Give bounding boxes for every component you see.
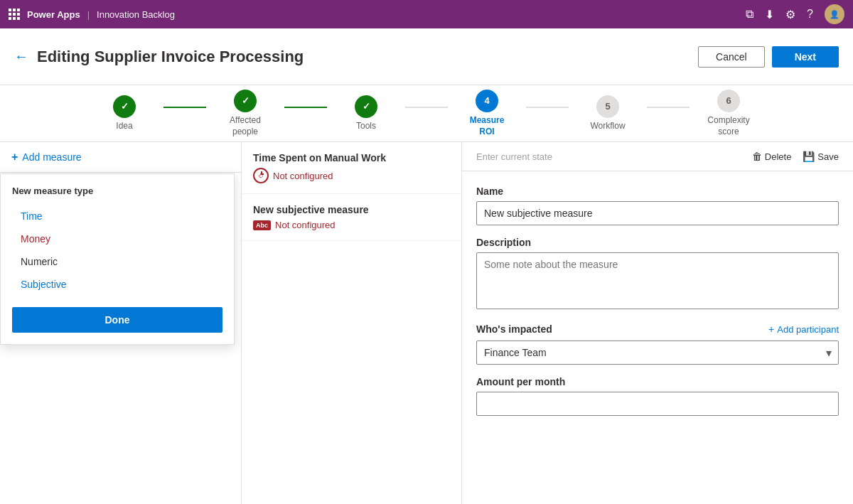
topbar: Power Apps | Innovation Backlog ⧉ ⬇ ⚙ ? …: [0, 0, 853, 28]
whos-impacted-label: Who's impacted: [476, 323, 552, 335]
topbar-separator: |: [87, 9, 90, 20]
save-label: Save: [817, 151, 839, 162]
delete-button[interactable]: 🗑 Delete: [752, 151, 792, 162]
add-measure-label: Add measure: [22, 151, 81, 163]
add-participant-label: Add participant: [777, 324, 839, 335]
name-label: Name: [476, 186, 839, 197]
connector-1: [163, 107, 206, 108]
settings-icon[interactable]: ⚙: [785, 8, 795, 21]
topbar-project-name: Innovation Backlog: [97, 9, 175, 20]
dropdown-option-money[interactable]: Money: [12, 227, 222, 250]
wizard-steps: ✓ Idea ✓ Affectedpeople ✓ Tools 4 Measur…: [0, 85, 853, 142]
step-workflow-circle: 5: [596, 95, 619, 118]
dropdown-option-subjective[interactable]: Subjective: [12, 273, 222, 296]
new-measure-dropdown: New measure type Time Money Numeric Subj…: [0, 173, 235, 345]
step-complexity-circle: 6: [717, 90, 740, 112]
measure-item-2-status: Abc Not configured: [253, 220, 450, 230]
whos-impacted-row: Who's impacted + Add participant: [476, 323, 839, 335]
name-input[interactable]: [476, 201, 839, 225]
step-affected-circle: ✓: [234, 90, 257, 112]
step-workflow-label: Workflow: [590, 121, 625, 132]
step-idea-circle: ✓: [113, 95, 136, 118]
delete-label: Delete: [765, 151, 792, 162]
abc-icon: Abc: [253, 220, 271, 230]
grid-icon: [9, 9, 20, 20]
topbar-app-name: Power Apps: [27, 9, 80, 20]
description-label: Description: [476, 237, 839, 248]
dropdown-title: New measure type: [12, 186, 222, 196]
step-tools-circle: ✓: [355, 95, 377, 118]
step-idea[interactable]: ✓ Idea: [85, 95, 163, 132]
amount-per-month-label: Amount per month: [476, 376, 839, 387]
step-complexity-label: Complexityscore: [707, 115, 749, 137]
next-button[interactable]: Next: [772, 46, 839, 68]
measure-item-2-title: New subjective measure: [253, 204, 450, 215]
dropdown-option-time[interactable]: Time: [12, 205, 222, 227]
right-panel: Enter current state 🗑 Delete 💾 Save Name…: [462, 142, 853, 504]
measure-item-1-status-text: Not configured: [273, 171, 333, 181]
user-avatar[interactable]: 👤: [825, 4, 844, 24]
middle-panel: Time Spent on Manual Work ⏱ Not configur…: [242, 142, 462, 504]
measure-item-1-title: Time Spent on Manual Work: [253, 152, 450, 163]
dropdown-option-numeric[interactable]: Numeric: [12, 250, 222, 273]
main-content: + Add measure Sug... Tim... Mo... Nu... …: [0, 142, 853, 504]
connector-2: [284, 107, 327, 108]
amount-per-month-input[interactable]: [476, 392, 839, 416]
plus-icon: +: [11, 151, 18, 163]
add-participant-icon: +: [768, 323, 774, 335]
add-participant-button[interactable]: + Add participant: [768, 323, 839, 335]
delete-icon: 🗑: [752, 151, 762, 162]
step-complexity[interactable]: 6 Complexityscore: [690, 90, 768, 137]
measure-item-1-status: ⏱ Not configured: [253, 168, 450, 183]
measure-item-2-status-text: Not configured: [275, 220, 336, 230]
step-tools-label: Tools: [356, 121, 376, 132]
page-header: ← Editing Supplier Invoice Processing Ca…: [0, 28, 853, 85]
enter-state-placeholder[interactable]: Enter current state: [476, 151, 745, 162]
cancel-button[interactable]: Cancel: [698, 46, 765, 68]
step-affected-label: Affectedpeople: [230, 115, 261, 137]
back-button[interactable]: ←: [14, 48, 28, 65]
connector-5: [647, 107, 690, 108]
measure-item-2[interactable]: New subjective measure Abc Not configure…: [242, 194, 461, 241]
step-workflow[interactable]: 5 Workflow: [569, 95, 647, 132]
right-panel-body: Name Description Who's impacted + Add pa…: [462, 171, 853, 430]
step-idea-label: Idea: [116, 121, 132, 132]
connector-3: [405, 107, 448, 108]
step-measure-roi-label: MeasureROI: [470, 115, 505, 137]
connector-4: [526, 107, 569, 108]
whos-impacted-select-wrapper: Finance Team Engineering Team All Teams …: [476, 341, 839, 365]
right-panel-topbar: Enter current state 🗑 Delete 💾 Save: [462, 142, 853, 171]
save-button[interactable]: 💾 Save: [803, 151, 839, 162]
whos-impacted-select[interactable]: Finance Team Engineering Team All Teams: [476, 341, 839, 365]
page-title: Editing Supplier Invoice Processing: [37, 48, 698, 66]
dropdown-done-button[interactable]: Done: [12, 307, 222, 333]
save-icon: 💾: [803, 151, 815, 162]
step-measure-roi-circle: 4: [476, 90, 498, 112]
description-textarea[interactable]: [476, 252, 839, 309]
download-icon[interactable]: ⬇: [765, 8, 774, 21]
step-tools[interactable]: ✓ Tools: [327, 95, 405, 132]
step-affected-people[interactable]: ✓ Affectedpeople: [206, 90, 284, 137]
left-panel: + Add measure Sug... Tim... Mo... Nu... …: [0, 142, 242, 504]
help-icon[interactable]: ?: [807, 8, 813, 21]
step-measure-roi[interactable]: 4 MeasureROI: [448, 90, 526, 137]
measure-item-1[interactable]: Time Spent on Manual Work ⏱ Not configur…: [242, 142, 461, 194]
monitor-icon[interactable]: ⧉: [746, 8, 753, 21]
time-icon: ⏱: [253, 168, 269, 183]
add-measure-button[interactable]: + Add measure: [0, 142, 241, 173]
